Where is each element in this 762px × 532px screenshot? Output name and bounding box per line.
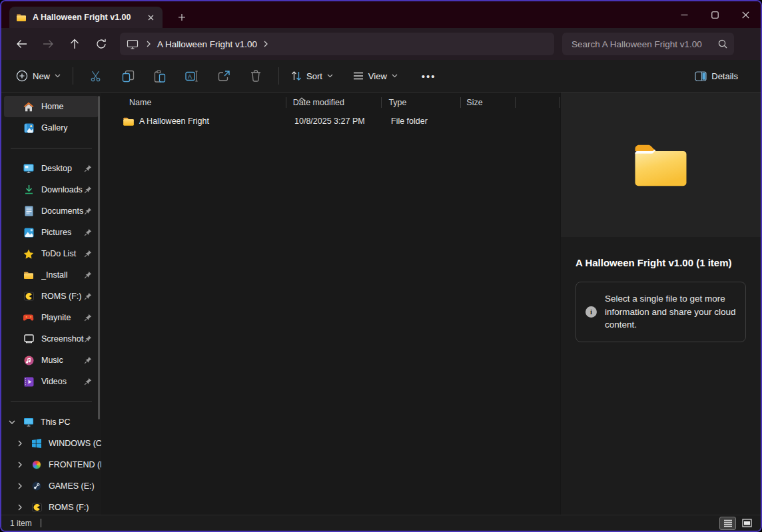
status-separator (41, 519, 41, 527)
details-view-toggle[interactable] (719, 517, 736, 530)
sidebar-item-label: ROMS (F:) (49, 503, 89, 512)
column-header-name[interactable]: Name (101, 94, 286, 111)
sidebar-item-roms[interactable]: ROMS (F:) (4, 286, 99, 307)
video-icon (23, 376, 34, 387)
svg-text:A: A (188, 73, 192, 80)
sidebar-item-frontend-d[interactable]: FRONTEND (D (1, 454, 101, 475)
folder-icon (23, 270, 34, 280)
sidebar-item-gallery[interactable]: Gallery (4, 117, 99, 138)
sidebar-item-label: Home (41, 102, 99, 111)
breadcrumb[interactable]: A Halloween Fright v1.00 (120, 33, 554, 55)
search-input[interactable]: Search A Halloween Fright v1.00 (562, 33, 734, 55)
sidebar-item-label: Videos (41, 377, 84, 386)
refresh-button[interactable] (88, 33, 115, 55)
monitor-outline-icon (23, 334, 34, 344)
close-button[interactable] (730, 1, 761, 28)
minimize-button[interactable] (669, 1, 699, 28)
sidebar-item-screenshots[interactable]: Screenshots (4, 328, 99, 350)
this-pc-icon (23, 417, 34, 427)
pin-icon (84, 271, 92, 279)
tab-close-icon[interactable] (144, 11, 157, 24)
sort-icon (291, 71, 302, 81)
sidebar-item-roms-f[interactable]: ROMS (F:) (1, 497, 101, 515)
forward-button[interactable] (35, 33, 61, 55)
chevron-right-icon[interactable] (16, 483, 24, 489)
sort-button[interactable]: Sort (286, 67, 338, 85)
large-icons-view-toggle[interactable] (739, 517, 755, 530)
sidebar-item-windows-c[interactable]: WINDOWS (C: (1, 433, 101, 454)
details-title: A Halloween Fright v1.00 (1 item) (575, 257, 746, 268)
pin-icon (84, 250, 92, 258)
column-divider[interactable] (560, 97, 560, 108)
rename-button[interactable]: A (176, 64, 208, 88)
sidebar-item-desktop[interactable]: Desktop (4, 158, 99, 179)
column-header-extra (516, 94, 560, 111)
file-date-cell: 10/8/2025 3:27 PM (288, 117, 384, 126)
chevron-down-icon (327, 74, 333, 78)
sidebar-item-label: Desktop (41, 164, 84, 173)
downloads-icon (23, 184, 34, 195)
chevron-right-icon[interactable] (16, 504, 24, 511)
home-icon (23, 101, 34, 112)
column-header-type[interactable]: Type (382, 94, 461, 111)
sidebar-item-pictures[interactable]: Pictures (4, 222, 99, 243)
pin-icon (84, 335, 92, 343)
back-button[interactable] (8, 33, 35, 55)
pin-icon (84, 186, 92, 194)
sidebar-item-label: Documents (41, 206, 84, 216)
sidebar-item-playnite[interactable]: Playnite (4, 307, 99, 328)
cut-button[interactable] (80, 64, 112, 88)
steam-drive-icon (31, 481, 42, 491)
new-button[interactable]: New (11, 66, 66, 86)
sidebar-item-label: Playnite (41, 313, 84, 322)
file-row[interactable]: A Halloween Fright 10/8/2025 3:27 PM Fil… (101, 111, 560, 131)
more-options-button[interactable]: ••• (415, 68, 443, 85)
details-toggle-button[interactable]: Details (689, 67, 743, 85)
windows-drive-icon (31, 438, 42, 449)
sidebar-divider (11, 148, 92, 148)
sidebar-item-todo-list[interactable]: ToDo List (4, 243, 99, 264)
pin-icon (84, 228, 92, 236)
up-button[interactable] (61, 33, 88, 55)
info-card: i Select a single file to get more infor… (575, 282, 746, 342)
column-header-size[interactable]: Size (461, 94, 515, 111)
chevron-right-icon[interactable] (264, 41, 268, 47)
file-explorer-window: A Halloween Fright v1.00 A Halloween Fri… (0, 0, 762, 532)
navigation-bar: A Halloween Fright v1.00 Search A Hallow… (1, 28, 761, 60)
file-name-cell[interactable]: A Halloween Fright (101, 117, 288, 127)
chevron-right-icon[interactable] (16, 461, 24, 468)
delete-button[interactable] (240, 64, 272, 88)
sidebar-item-music[interactable]: Music (4, 350, 99, 371)
sidebar-item-downloads[interactable]: Downloads (4, 179, 99, 200)
copy-button[interactable] (112, 64, 144, 88)
breadcrumb-segment[interactable]: A Halloween Fright v1.00 (157, 39, 257, 49)
explorer-tab[interactable]: A Halloween Fright v1.00 (9, 7, 163, 28)
gallery-icon (23, 123, 34, 133)
sidebar-item-games-e[interactable]: GAMES (E:) (1, 475, 101, 497)
chevron-down-icon (55, 74, 61, 78)
window-controls (669, 1, 761, 28)
chevron-down-icon[interactable] (8, 420, 16, 424)
sidebar-item-documents[interactable]: Documents (4, 200, 99, 222)
maximize-button[interactable] (699, 1, 730, 28)
sidebar-item-label: Pictures (41, 228, 84, 237)
chevron-right-icon[interactable] (16, 440, 24, 447)
sidebar-scrollbar[interactable] (98, 96, 100, 419)
share-button[interactable] (208, 64, 240, 88)
sidebar-divider (11, 401, 92, 402)
toolbar-separator (278, 67, 279, 85)
new-tab-button[interactable] (173, 9, 190, 25)
view-button[interactable]: View (348, 67, 403, 85)
paste-button[interactable] (144, 64, 176, 88)
sidebar-item-install[interactable]: _Install (4, 264, 99, 286)
search-icon[interactable] (718, 39, 727, 49)
details-pane: A Halloween Fright v1.00 (1 item) i Sele… (560, 93, 761, 515)
statusbar: 1 item (1, 515, 761, 531)
sidebar-item-videos[interactable]: Videos (4, 371, 99, 392)
sort-label: Sort (306, 71, 322, 81)
column-header-date-modified[interactable]: Date modified (286, 94, 382, 111)
music-icon (23, 355, 34, 366)
sidebar-item-home[interactable]: Home (4, 96, 99, 117)
documents-icon (23, 206, 34, 216)
sidebar-item-this-pc[interactable]: This PC (1, 411, 101, 433)
